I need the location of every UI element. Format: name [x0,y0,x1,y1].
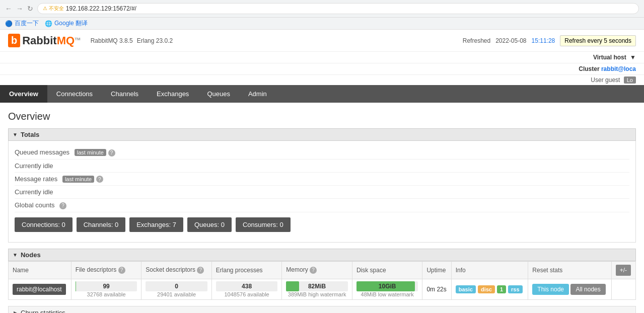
this-node-button[interactable]: This node [532,284,569,295]
queued-messages-badge[interactable]: last minute [75,149,106,156]
security-icon: ⚠ 不安全 [43,5,64,12]
message-rates-value-row: Currently idle [15,186,629,199]
erlang-cell: 438 1048576 available [211,279,282,299]
churn-header[interactable]: ▶ Churn statistics [8,306,636,314]
cluster-row: Cluster rabbit@loca [0,63,644,75]
bookmark-baidu[interactable]: 🔵 百度一下 [5,19,39,28]
nodes-table: Name File descriptors ? Socket descripto… [8,261,636,300]
nodes-arrow: ▼ [13,252,18,258]
socket-desc-available: 29401 available [146,291,207,297]
queued-messages-label: Queued messages [15,148,69,156]
refresh-button[interactable]: Refresh every 5 seconds [560,35,636,46]
url-bar[interactable]: ⚠ 不安全 192.168.222.129:15672/#/ [37,3,639,14]
nav-queues[interactable]: Queues [198,85,239,103]
page-title: Overview [8,111,636,122]
extra-cell [611,279,635,299]
erlang-bar: 438 [216,281,278,291]
erlang-version: Erlang 23.0.2 [137,37,173,44]
user-row: User guest Lo [0,75,644,85]
badge-basic: basic [456,285,476,293]
global-counts-row: Global counts ? [15,199,629,212]
uptime-value: 0m 22s [426,286,446,293]
plus-minus-btn[interactable]: +/- [616,265,631,276]
queued-messages-value: Currently idle [15,162,53,170]
nav-exchanges[interactable]: Exchanges [148,85,198,103]
refresh-info: Refreshed 2022-05-08 15:11:28 Refresh ev… [463,35,636,46]
badge-disc: disc [478,285,495,293]
user-name: guest [605,76,620,84]
logout-button[interactable]: Lo [624,76,636,84]
erlang-value: 438 [216,281,278,291]
memory-value: 82MiB [286,281,348,291]
url-text: 192.168.222.129:15672/#/ [66,5,136,12]
socket-desc-value: 0 [146,281,207,291]
nav-overview[interactable]: Overview [0,85,47,103]
totals-header[interactable]: ▼ Totals [8,128,636,141]
disk-cell: 10GiB 48MiB low watermark [352,279,422,299]
logo-text: RabbitMQTM [22,34,80,47]
message-rates-label: Message rates [15,175,57,183]
refreshed-label: Refreshed [463,37,490,44]
info-cell: basic disc 1 rss [451,279,528,299]
node-name-cell: rabbit@localhost [9,279,71,299]
app-header: b RabbitMQTM RabbitMQ 3.8.5 Erlang 23.0.… [0,30,644,52]
google-icon: 🌐 [45,20,52,27]
cluster-label: Cluster [579,65,599,72]
connections-count-btn[interactable]: Connections: 0 [15,217,73,232]
memory-cell: 82MiB 389MiB high watermark [282,279,352,299]
message-rates-value: Currently idle [15,188,53,196]
memory-watermark: 389MiB high watermark [286,291,348,297]
col-reset-stats: Reset stats [528,261,611,279]
churn-label: Churn statistics [21,309,65,314]
cluster-name[interactable]: rabbit@loca [601,65,636,72]
nav-admin[interactable]: Admin [239,85,276,103]
user-label: User [591,76,603,84]
disk-value: 10GiB [356,281,418,291]
exchanges-count-btn[interactable]: Exchanges: 7 [129,217,183,232]
nav-channels[interactable]: Channels [102,85,148,103]
file-desc-cell: 99 32768 available [71,279,141,299]
logo-icon: b [8,34,20,47]
nodes-header[interactable]: ▼ Nodes [8,249,636,261]
col-info: Info [451,261,528,279]
socket-desc-bar: 0 [146,281,207,291]
file-desc-available: 32768 available [76,291,137,297]
message-rates-badge[interactable]: last minute [62,176,94,183]
totals-section: ▼ Totals Queued messages last minute ? C… [8,128,636,243]
file-desc-bar: 99 [76,281,137,291]
global-counts-help[interactable]: ? [59,202,66,209]
back-button[interactable]: ← [5,5,12,13]
queued-messages-help[interactable]: ? [108,149,115,156]
uptime-cell: 0m 22s [422,279,451,299]
channels-count-btn[interactable]: Channels: 0 [77,217,125,232]
col-erlang: Erlang processes [211,261,282,279]
logo: b RabbitMQTM [8,34,81,47]
badge-num: 1 [497,285,506,293]
info-badges: basic disc 1 rss [456,285,524,293]
col-name: Name [9,261,71,279]
reload-button[interactable]: ↻ [27,5,33,13]
all-nodes-button[interactable]: All nodes [570,284,605,295]
erlang-available: 1048576 available [216,291,278,297]
col-uptime: Uptime [422,261,451,279]
message-rates-help[interactable]: ? [96,176,103,183]
table-row: rabbit@localhost 99 32768 available [9,279,636,299]
col-disk: Disk space [352,261,422,279]
refreshed-date: 2022-05-08 [495,37,526,44]
consumers-count-btn[interactable]: Consumers: 0 [236,217,291,232]
virtual-host-label: Virtual host [593,54,626,61]
queued-messages-row: Queued messages last minute ? [15,146,629,160]
nav-connections[interactable]: Connections [47,85,102,103]
forward-button[interactable]: → [16,5,23,13]
memory-bar: 82MiB [286,281,348,291]
col-memory: Memory ? [282,261,352,279]
queues-count-btn[interactable]: Queues: 0 [187,217,232,232]
virtual-host-row: Virtual host ▼ [0,52,644,63]
nodes-label: Nodes [21,251,41,259]
churn-arrow: ▶ [14,310,18,314]
totals-label: Totals [21,131,39,138]
version-badges: RabbitMQ 3.8.5 Erlang 23.0.2 [91,37,173,44]
bookmark-google-translate[interactable]: 🌐 Google 翻译 [45,19,88,28]
rabbitmq-version: RabbitMQ 3.8.5 [91,37,133,44]
baidu-icon: 🔵 [5,20,13,27]
